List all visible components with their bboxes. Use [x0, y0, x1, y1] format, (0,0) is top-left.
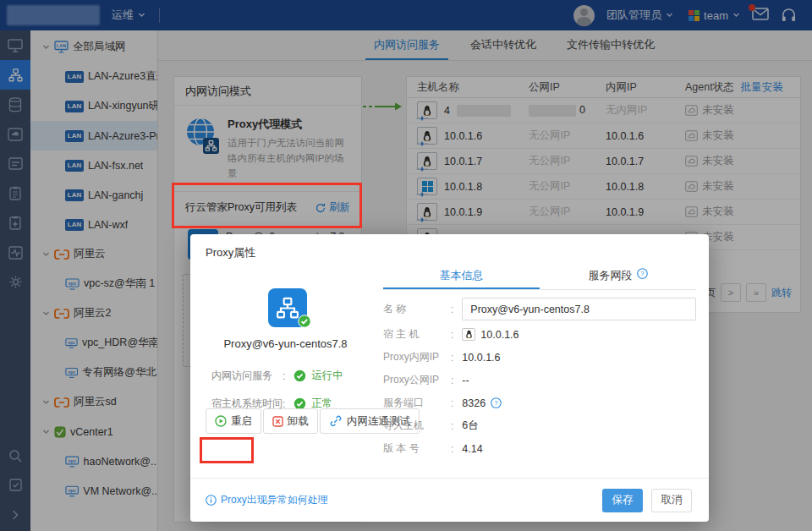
restart-play-button[interactable]: 重启 — [206, 408, 261, 434]
app-screen: 运维 团队管理员 team — [0, 0, 812, 531]
svg-text:?: ? — [494, 399, 498, 407]
field-value: 10.0.1.6 — [462, 352, 500, 364]
proxy-properties-modal: Proxy属性 Proxy@v6-yun-centos7.8 内网访问服务:运行… — [190, 234, 709, 522]
status-value: 运行中 — [311, 369, 343, 383]
proxy-big-icon — [268, 288, 307, 327]
field-label: 导入主机 — [383, 419, 451, 433]
modal-proxy-name: Proxy@v6-yun-centos7.8 — [190, 337, 381, 350]
proxy-name-input[interactable] — [462, 298, 696, 320]
modal-left-column: Proxy@v6-yun-centos7.8 内网访问服务:运行中宿主机系统时间… — [190, 265, 381, 418]
save-button[interactable]: 保存 — [602, 489, 643, 512]
info-icon — [206, 495, 217, 506]
modal-tab-基本信息[interactable]: 基本信息 — [383, 268, 540, 289]
field-label: 名 称 — [383, 302, 451, 316]
modal-tab-服务网段[interactable]: 服务网段? — [540, 268, 696, 289]
modal-right-column: 基本信息服务网段? 名 称:宿 主 机:10.0.1.6Proxy内网IP:10… — [383, 268, 696, 460]
field-value: 8326 — [462, 397, 486, 409]
field-label: Proxy内网IP — [383, 350, 451, 364]
field-value: 6台 — [462, 419, 478, 433]
uninstall-button[interactable]: 卸载 — [263, 408, 318, 434]
restart-play-icon — [215, 415, 227, 427]
modal-title: Proxy属性 — [206, 245, 255, 260]
modal-field-row: 宿 主 机:10.0.1.6 — [383, 323, 696, 346]
cancel-button[interactable]: 取消 — [651, 489, 692, 512]
modal-status-row: 内网访问服务:运行中 — [211, 362, 381, 390]
modal-field-row: 导入主机:6台 — [383, 414, 696, 437]
modal-field-row: 服务端口:8326? — [383, 391, 696, 414]
modal-field-row: 名 称: — [383, 295, 696, 323]
field-label: Proxy公网IP — [383, 373, 451, 387]
field-value: 4.14 — [462, 443, 482, 455]
field-label: 版 本 号 — [383, 441, 451, 456]
modal-field-row: Proxy内网IP:10.0.1.6 — [383, 346, 696, 369]
proxy-help-link[interactable]: Proxy出现异常如何处理 — [206, 493, 328, 507]
linux-penguin-icon — [464, 330, 474, 339]
modal-field-row: Proxy公网IP:-- — [383, 369, 696, 391]
uninstall-icon — [272, 416, 283, 427]
help-icon: ? — [491, 397, 502, 408]
modal-field-row: 版 本 号:4.14 — [383, 437, 696, 460]
check-circle-icon — [294, 370, 306, 382]
status-label: 内网访问服务 — [211, 369, 283, 383]
field-label: 宿 主 机 — [383, 327, 451, 342]
link-test-icon — [329, 415, 343, 427]
field-value: 10.0.1.6 — [480, 329, 518, 341]
modal-tabs: 基本信息服务网段? — [383, 268, 696, 290]
status-ok-badge — [298, 315, 311, 331]
field-label: 服务端口 — [383, 396, 451, 410]
modal-footer: Proxy出现异常如何处理 保存 取消 — [190, 478, 709, 522]
svg-text:?: ? — [640, 270, 645, 277]
linux-penguin-icon — [462, 328, 475, 341]
help-icon: ? — [637, 268, 648, 279]
field-value: -- — [462, 375, 469, 386]
